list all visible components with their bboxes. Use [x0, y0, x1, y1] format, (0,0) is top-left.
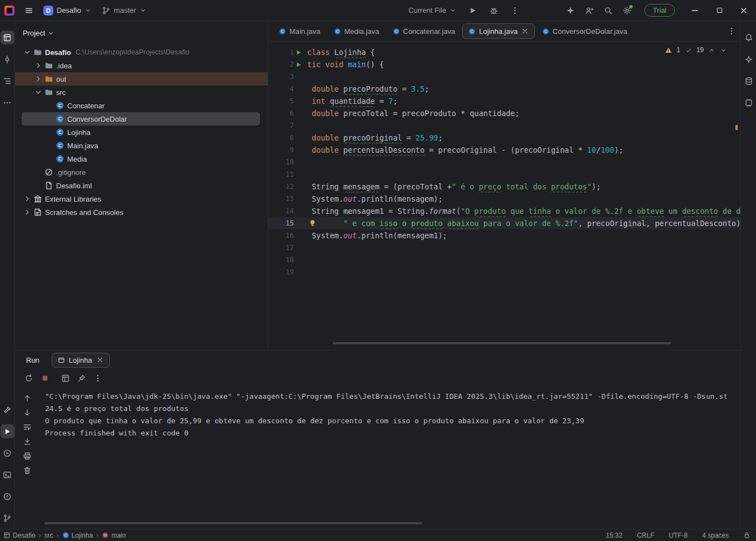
editor-line-5[interactable]: 5 int quantidade = 7;	[268, 95, 740, 107]
run-more-options-button[interactable]	[91, 372, 105, 385]
tab-main-java[interactable]: CMain.java	[273, 23, 327, 39]
rerun-button[interactable]	[22, 372, 36, 385]
lock-icon[interactable]	[743, 532, 750, 539]
inspection-widget[interactable]: 1 19	[665, 46, 727, 54]
file-encoding[interactable]: UTF-8	[669, 532, 688, 539]
cursor-position[interactable]: 15:32	[606, 532, 623, 539]
window-close-button[interactable]	[732, 1, 756, 20]
project-panel-header[interactable]: Project	[15, 21, 268, 44]
tool-window-button-notifications[interactable]	[742, 31, 755, 44]
debug-button[interactable]	[484, 2, 503, 19]
editor-line-18[interactable]: 18	[268, 254, 740, 266]
chevron-right-icon[interactable]	[23, 194, 32, 203]
editor[interactable]: 1class Lojinha {2tic void main() {34 dou…	[268, 42, 740, 350]
editor-line-16[interactable]: 16 System.out.println(mensagem1);	[268, 229, 740, 242]
line-separator[interactable]: CRLF	[637, 532, 654, 539]
window-maximize-button[interactable]	[707, 1, 732, 20]
stop-button[interactable]	[38, 372, 52, 385]
tool-window-button-commit[interactable]	[1, 52, 14, 66]
tree-item-concatenar[interactable]: CConcatenar	[15, 99, 268, 112]
tree-item-scratches-and-consoles[interactable]: Scratches and Consoles	[15, 206, 268, 219]
tree-item-external-libraries[interactable]: External Libraries	[15, 192, 268, 206]
next-problem-icon[interactable]	[720, 47, 727, 54]
chevron-down-icon[interactable]	[34, 88, 43, 97]
project-widget[interactable]: D Desafio	[39, 3, 96, 18]
breadcrumb-src[interactable]: src	[44, 532, 53, 539]
run-gutter-icon[interactable]	[294, 48, 303, 57]
tree-item-desafio[interactable]: DesafioC:\Users\enzop\IdeaProjects\Desaf…	[15, 46, 268, 59]
console-horizontal-scrollbar[interactable]	[44, 522, 422, 524]
editor-line-12[interactable]: 12 String mensagem = (precoTotal +" é o …	[268, 181, 740, 193]
up-stack-trace-button[interactable]	[21, 392, 34, 404]
tree-item-out[interactable]: out	[15, 72, 268, 86]
editor-line-10[interactable]: 10	[268, 156, 740, 168]
editor-line-3[interactable]: 3	[268, 71, 740, 83]
close-tab-icon[interactable]	[96, 356, 104, 364]
tree-item-main-java[interactable]: CMain.java	[15, 139, 268, 152]
tool-window-button-ai-assistant[interactable]	[742, 52, 755, 66]
main-menu-button[interactable]	[20, 3, 38, 18]
editor-line-13[interactable]: 13 System.out.println(mensagem);	[268, 193, 740, 205]
editor-line-19[interactable]: 19	[268, 266, 740, 278]
ai-assistant-button[interactable]	[561, 2, 580, 19]
more-actions-button[interactable]	[505, 2, 524, 19]
editor-line-17[interactable]: 17	[268, 242, 740, 254]
down-stack-trace-button[interactable]	[21, 406, 34, 419]
editor-horizontal-scrollbar[interactable]	[333, 342, 671, 344]
tree-item-src[interactable]: src	[15, 86, 268, 99]
editor-line-14[interactable]: 14 String mensagem1 = String.format("O p…	[268, 205, 740, 217]
soft-wrap-button[interactable]	[21, 420, 34, 433]
trial-badge[interactable]: Trial	[644, 4, 675, 17]
code-with-me-button[interactable]	[580, 2, 599, 19]
chevron-right-icon[interactable]	[23, 208, 32, 217]
clear-console-button[interactable]	[21, 464, 34, 477]
tree-item-desafio-iml[interactable]: Desafio.iml	[15, 179, 268, 192]
settings-button[interactable]	[618, 2, 637, 19]
branch-widget[interactable]: master	[97, 3, 151, 18]
breadcrumb-lojinha[interactable]: CLojinha	[62, 532, 93, 539]
restore-layout-button[interactable]	[58, 372, 73, 385]
editor-line-15[interactable]: 15 " e com isso o produto abaixou para o…	[268, 217, 740, 229]
run-console[interactable]: "C:\Program Files\Java\jdk-25\bin\java.e…	[39, 387, 740, 529]
editor-line-8[interactable]: 8 double precoOriginal = 25.99;	[268, 132, 740, 144]
tab-lojinha-java[interactable]: CLojinha.java	[462, 23, 534, 39]
editor-line-6[interactable]: 6 double precoTotal = precoProduto * qua…	[268, 107, 740, 119]
editor-line-4[interactable]: 4 double precoProduto = 3.5;	[268, 83, 740, 95]
run-config-selector[interactable]: Current File	[404, 3, 461, 17]
search-everywhere-button[interactable]	[599, 2, 618, 19]
tool-window-button-run[interactable]	[1, 424, 14, 438]
tool-window-button-database[interactable]	[742, 74, 755, 88]
tool-window-button-plugins[interactable]	[742, 96, 755, 109]
print-button[interactable]	[21, 449, 34, 462]
tool-window-button-terminal[interactable]	[1, 468, 14, 482]
close-tab-icon[interactable]	[521, 27, 529, 35]
chevron-down-icon[interactable]	[23, 48, 32, 57]
tool-window-button-services[interactable]	[1, 446, 14, 460]
prev-problem-icon[interactable]	[708, 47, 715, 54]
tree-item-media[interactable]: CMedia	[15, 152, 268, 166]
editor-line-9[interactable]: 9 double percentualDesconto = precoOrigi…	[268, 144, 740, 156]
window-minimize-button[interactable]	[683, 1, 707, 20]
tool-window-button-build[interactable]	[1, 403, 14, 417]
run-button[interactable]	[463, 2, 482, 19]
intention-bulb-icon[interactable]	[308, 219, 317, 227]
tool-window-button-version-control[interactable]	[1, 511, 14, 525]
tab-options-icon[interactable]	[727, 27, 736, 36]
tool-window-button-structure[interactable]	[1, 74, 14, 88]
tree-item-gitignore[interactable]: .gitignore	[15, 166, 268, 179]
breadcrumb-desafio[interactable]: Desafio	[3, 532, 36, 539]
tool-window-button-problems[interactable]	[1, 489, 14, 503]
tool-window-button-project[interactable]	[1, 31, 14, 44]
tab-conversordedolar-java[interactable]: CConversorDeDolar.java	[536, 23, 633, 39]
pin-tab-button[interactable]	[74, 372, 89, 385]
chevron-right-icon[interactable]	[34, 74, 43, 83]
tree-item-lojinha[interactable]: CLojinha	[15, 126, 268, 139]
chevron-right-icon[interactable]	[34, 61, 43, 70]
scroll-to-end-button[interactable]	[21, 435, 34, 448]
tab-concatenar-java[interactable]: CConcatenar.java	[387, 23, 462, 39]
editor-line-11[interactable]: 11	[268, 168, 740, 181]
run-tab-lojinha[interactable]: Lojinha	[52, 353, 110, 368]
tree-item-conversordedolar[interactable]: CConversorDeDolar	[22, 112, 260, 126]
indent-setting[interactable]: 4 spaces	[702, 532, 729, 539]
tab-media-java[interactable]: CMedia.java	[328, 23, 385, 39]
